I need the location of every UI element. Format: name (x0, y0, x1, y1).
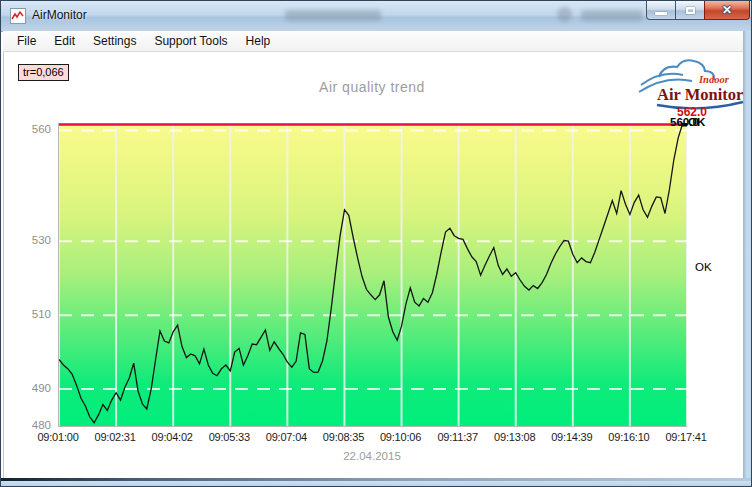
x-axis-tick-label: 09:13:08 (484, 431, 546, 443)
x-axis-tick-label: 09:17:41 (655, 431, 717, 443)
chart-title: Air quality trend (58, 79, 686, 95)
background-window-artifact (557, 7, 572, 22)
logo-text-indoor: Indoor (698, 74, 730, 85)
plot-area (58, 123, 687, 427)
y-axis-tick-label: 510 (17, 308, 51, 320)
airmonitor-window: { "window": { "title": "AirMonitor", "co… (0, 0, 752, 487)
menu-edit[interactable]: Edit (45, 32, 84, 50)
date-label: 22.04.2015 (58, 450, 686, 462)
background-window-artifact (285, 10, 381, 21)
menu-settings[interactable]: Settings (84, 32, 145, 50)
menu-help[interactable]: Help (237, 32, 280, 50)
window-frame-bottom (1, 481, 752, 487)
app-icon (10, 8, 26, 24)
y-axis-tick-label: 490 (17, 382, 51, 394)
series-end-value-label: OK (688, 116, 705, 128)
window-title: AirMonitor (32, 8, 87, 22)
x-axis-tick-label: 09:11:37 (427, 431, 489, 443)
y-axis-tick-label: 530 (17, 234, 51, 246)
x-axis-tick-label: 09:08:35 (312, 431, 374, 443)
close-button[interactable]: ✕ (704, 1, 750, 20)
title-bar[interactable]: AirMonitor ✕ (1, 1, 752, 32)
x-axis-tick-label: 09:16:10 (598, 431, 660, 443)
x-axis-tick-label: 09:05:33 (198, 431, 260, 443)
menu-bar: File Edit Settings Support Tools Help (3, 31, 743, 52)
x-axis-tick-label: 09:01:00 (27, 431, 89, 443)
x-axis-tick-label: 09:10:06 (370, 431, 432, 443)
x-axis-tick-label: 09:04:02 (141, 431, 203, 443)
y-axis-tick-label: 480 (17, 419, 51, 431)
status-ok-label: OK (695, 261, 712, 273)
close-icon: ✕ (722, 3, 732, 17)
menu-support-tools[interactable]: Support Tools (145, 32, 236, 50)
x-axis-tick-label: 09:14:39 (541, 431, 603, 443)
x-axis-tick-label: 09:02:31 (84, 431, 146, 443)
maximize-icon (686, 7, 695, 14)
y-axis-tick-label: 560 (17, 123, 51, 135)
minimize-icon (655, 12, 667, 15)
minimize-button[interactable] (646, 1, 676, 20)
menu-file[interactable]: File (8, 32, 45, 50)
window-controls: ✕ (646, 1, 750, 20)
x-axis-tick-label: 09:07:04 (255, 431, 317, 443)
background-window-artifact (581, 10, 643, 21)
maximize-button[interactable] (676, 1, 704, 20)
